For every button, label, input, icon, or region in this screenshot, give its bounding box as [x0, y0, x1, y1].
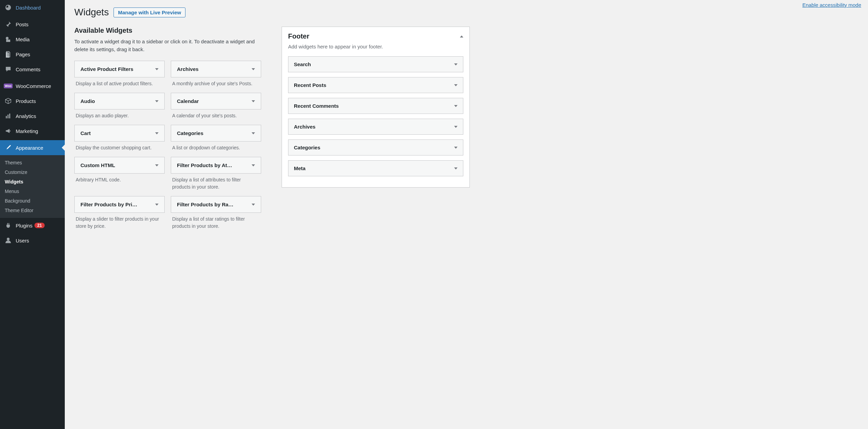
sidebar-item-label: Dashboard [16, 5, 41, 11]
submenu-theme-editor[interactable]: Theme Editor [0, 206, 65, 215]
available-widget-head[interactable]: Cart [75, 125, 164, 141]
sidebar-item-woocommerce[interactable]: Woo WooCommerce [0, 78, 65, 93]
available-widget[interactable]: Filter Products by Pri… [74, 196, 165, 213]
chevron-down-icon [252, 132, 255, 134]
available-widget-desc: A monthly archive of your site's Posts. [171, 77, 261, 89]
available-widget-head[interactable]: Archives [171, 61, 261, 77]
available-widget-title: Filter Products by Pri… [80, 202, 137, 207]
chevron-down-icon [454, 84, 458, 86]
available-widget[interactable]: Audio [74, 93, 165, 109]
appearance-submenu: Themes Customize Widgets Menus Backgroun… [0, 155, 65, 218]
footer-widget-item[interactable]: Archives [288, 119, 463, 135]
available-widget-head[interactable]: Filter Products by Ra… [171, 196, 261, 212]
sidebar-item-analytics[interactable]: Analytics [0, 108, 65, 123]
available-widget-head[interactable]: Calendar [171, 93, 261, 109]
sidebar-item-label: Appearance [16, 145, 43, 151]
chevron-up-icon [460, 35, 463, 38]
widget-area-header[interactable]: Footer [288, 32, 463, 40]
dashboard-icon [4, 3, 12, 12]
sidebar-item-label: Pages [16, 51, 30, 57]
sidebar-item-label: Products [16, 98, 36, 104]
sidebar-item-comments[interactable]: Comments [0, 62, 65, 77]
sidebar-item-posts[interactable]: Posts [0, 17, 65, 32]
available-widget[interactable]: Filter Products by At… [171, 157, 261, 174]
sidebar-item-media[interactable]: Media [0, 32, 65, 47]
footer-widget-item[interactable]: Recent Comments [288, 98, 463, 114]
chevron-down-icon [252, 164, 255, 166]
admin-sidebar: Dashboard Posts Media Pages Comments Woo… [0, 0, 65, 429]
available-widget-title: Cart [80, 130, 91, 136]
accessibility-mode-link[interactable]: Enable accessibility mode [802, 2, 861, 8]
submenu-themes[interactable]: Themes [0, 158, 65, 167]
chevron-down-icon [155, 132, 159, 134]
widget-area-footer: Footer Add widgets here to appear in you… [282, 27, 470, 188]
available-widget-title: Filter Products by Ra… [177, 202, 234, 207]
footer-widget-item[interactable]: Categories [288, 139, 463, 156]
available-widget-desc: Display a list of active product filters… [74, 77, 165, 89]
footer-widget-item[interactable]: Meta [288, 160, 463, 176]
widget-area-title: Footer [288, 32, 309, 40]
sidebar-item-marketing[interactable]: Marketing [0, 123, 65, 138]
svg-point-0 [6, 37, 9, 40]
available-widget-desc: Display a slider to filter products in y… [74, 213, 165, 232]
available-widget[interactable]: Cart [74, 125, 165, 142]
chevron-down-icon [155, 204, 159, 206]
chevron-down-icon [252, 68, 255, 70]
available-widget[interactable]: Custom HTML [74, 157, 165, 174]
footer-widget-item[interactable]: Recent Posts [288, 77, 463, 93]
sidebar-item-label: Media [16, 36, 30, 42]
available-widget[interactable]: Categories [171, 125, 261, 142]
analytics-icon [4, 112, 12, 120]
available-widgets-heading: Available Widgets [74, 27, 261, 34]
sidebar-item-pages[interactable]: Pages [0, 47, 65, 62]
available-widget-desc: Display the customer shopping cart. [74, 142, 165, 153]
available-widgets-column: Available Widgets To activate a widget d… [74, 27, 261, 232]
available-widget-head[interactable]: Custom HTML [75, 157, 164, 173]
available-widget[interactable]: Calendar [171, 93, 261, 109]
chevron-down-icon [454, 147, 458, 149]
available-widget-desc: A list or dropdown of categories. [171, 142, 261, 153]
chevron-down-icon [454, 167, 458, 169]
svg-point-4 [7, 238, 10, 240]
available-widget-title: Custom HTML [80, 162, 115, 168]
footer-widget-title: Categories [294, 145, 320, 150]
manage-live-preview-button[interactable]: Manage with Live Preview [114, 8, 185, 17]
available-widget[interactable]: Active Product Filters [74, 61, 165, 77]
available-widget-title: Archives [177, 66, 198, 72]
available-widget-head[interactable]: Filter Products by Pri… [75, 196, 164, 212]
available-widget-desc: Display a list of star ratings to fil­te… [171, 213, 261, 232]
chevron-down-icon [155, 164, 159, 166]
products-icon [4, 97, 12, 105]
main-content: Enable accessibility mode Widgets Manage… [65, 0, 868, 429]
sidebar-item-dashboard[interactable]: Dashboard [0, 0, 65, 15]
available-widget-title: Filter Products by At… [177, 162, 232, 168]
submenu-background[interactable]: Background [0, 196, 65, 206]
sidebar-item-appearance[interactable]: Appearance [0, 140, 65, 155]
footer-widget-item[interactable]: Search [288, 56, 463, 72]
submenu-customize[interactable]: Customize [0, 167, 65, 177]
available-widget-desc: Arbitrary HTML code. [74, 174, 165, 186]
available-widget-head[interactable]: Filter Products by At… [171, 157, 261, 173]
submenu-widgets[interactable]: Widgets [0, 177, 65, 187]
plugins-icon [4, 221, 12, 230]
sidebar-item-label: Users [16, 238, 29, 243]
users-icon [4, 236, 12, 245]
chevron-down-icon [252, 204, 255, 206]
available-widget-head[interactable]: Categories [171, 125, 261, 141]
available-widget-head[interactable]: Active Product Filters [75, 61, 164, 77]
available-widget-title: Calendar [177, 98, 199, 104]
sidebar-item-products[interactable]: Products [0, 93, 65, 108]
available-widget[interactable]: Filter Products by Ra… [171, 196, 261, 213]
submenu-menus[interactable]: Menus [0, 187, 65, 196]
chevron-down-icon [155, 68, 159, 70]
available-widget-head[interactable]: Audio [75, 93, 164, 109]
sidebar-item-users[interactable]: Users [0, 233, 65, 248]
footer-widget-title: Recent Comments [294, 103, 339, 109]
chevron-down-icon [252, 100, 255, 102]
chevron-down-icon [454, 63, 458, 65]
woocommerce-icon: Woo [4, 82, 12, 90]
available-widget[interactable]: Archives [171, 61, 261, 77]
available-widget-desc: Displays an audio player. [74, 109, 165, 121]
sidebar-item-plugins[interactable]: Plugins 21 [0, 218, 65, 233]
sidebar-item-label: Analytics [16, 113, 36, 119]
